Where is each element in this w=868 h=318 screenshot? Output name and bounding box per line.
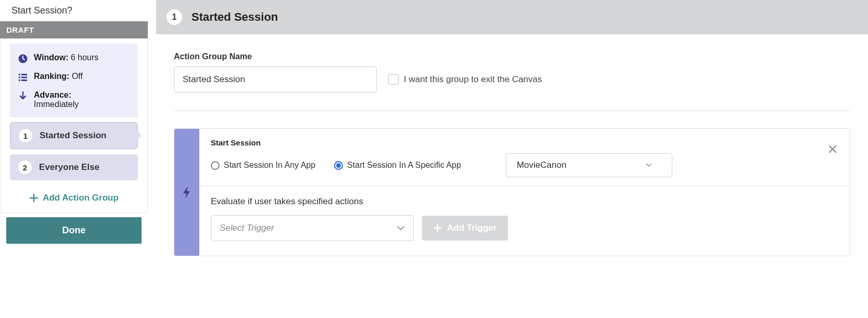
- svg-rect-4: [21, 77, 27, 78]
- clock-icon: [17, 53, 29, 64]
- caret-down-icon: [646, 163, 652, 167]
- session-accent-bar: [174, 129, 199, 256]
- settings-card: Window: 6 hours Ranking: Off Advance: Im…: [10, 44, 138, 117]
- radio-specific-app[interactable]: Start Session In A Specific App: [334, 161, 461, 170]
- exit-canvas-checkbox[interactable]: [388, 74, 399, 85]
- action-group-number: 1: [19, 129, 32, 142]
- main-header-title: Started Session: [192, 10, 278, 24]
- arrow-down-icon: [17, 90, 29, 102]
- svg-rect-1: [19, 74, 20, 75]
- start-session-title: Start Session: [211, 138, 838, 147]
- svg-rect-3: [19, 77, 20, 78]
- main-header: 1 Started Session: [156, 0, 868, 34]
- trigger-select-dropdown[interactable]: Select Trigger: [211, 215, 414, 241]
- sidebar-title: Start Session?: [0, 0, 148, 21]
- action-groups-list: 1 Started Session 2 Everyone Else Add Ac…: [0, 122, 148, 213]
- action-group-name-label: Action Group Name: [174, 52, 850, 61]
- sidebar: Start Session? DRAFT Window: 6 hours Ran…: [0, 0, 148, 318]
- svg-rect-6: [21, 80, 27, 81]
- plus-icon: [29, 193, 39, 203]
- evaluate-text: Evaluate if user takes specified actions: [211, 196, 838, 207]
- plus-icon: [433, 224, 442, 232]
- action-group-label: Started Session: [40, 130, 107, 141]
- action-group-number: 2: [18, 161, 32, 174]
- radio-icon: [211, 161, 220, 170]
- action-group-label: Everyone Else: [39, 162, 99, 173]
- svg-rect-5: [19, 80, 20, 81]
- setting-window: Window: 6 hours: [17, 53, 131, 64]
- exit-canvas-label: I want this group to exit the Canvas: [404, 74, 542, 85]
- done-button[interactable]: Done: [6, 217, 142, 244]
- radio-icon: [334, 161, 343, 170]
- app-select-dropdown[interactable]: MovieCanon: [506, 153, 672, 177]
- setting-ranking: Ranking: Off: [17, 72, 131, 83]
- session-block: Start Session Start Session In Any App S…: [174, 128, 850, 256]
- svg-rect-2: [21, 74, 27, 75]
- radio-any-app[interactable]: Start Session In Any App: [211, 161, 315, 170]
- add-action-group-button[interactable]: Add Action Group: [10, 186, 138, 213]
- chevron-down-icon: [397, 226, 405, 231]
- add-trigger-button[interactable]: Add Trigger: [422, 216, 508, 241]
- draft-badge: DRAFT: [0, 21, 148, 38]
- setting-advance: Advance: Immediately: [17, 90, 131, 109]
- ranking-icon: [17, 72, 29, 83]
- action-group-name-input[interactable]: [174, 67, 377, 92]
- main-header-number: 1: [167, 9, 182, 25]
- action-group-2[interactable]: 2 Everyone Else: [10, 154, 138, 180]
- close-icon[interactable]: [828, 144, 837, 154]
- action-group-1[interactable]: 1 Started Session: [10, 122, 138, 149]
- lightning-icon: [182, 186, 192, 199]
- divider: [174, 110, 850, 111]
- main-panel: 1 Started Session Action Group Name I wa…: [156, 0, 868, 318]
